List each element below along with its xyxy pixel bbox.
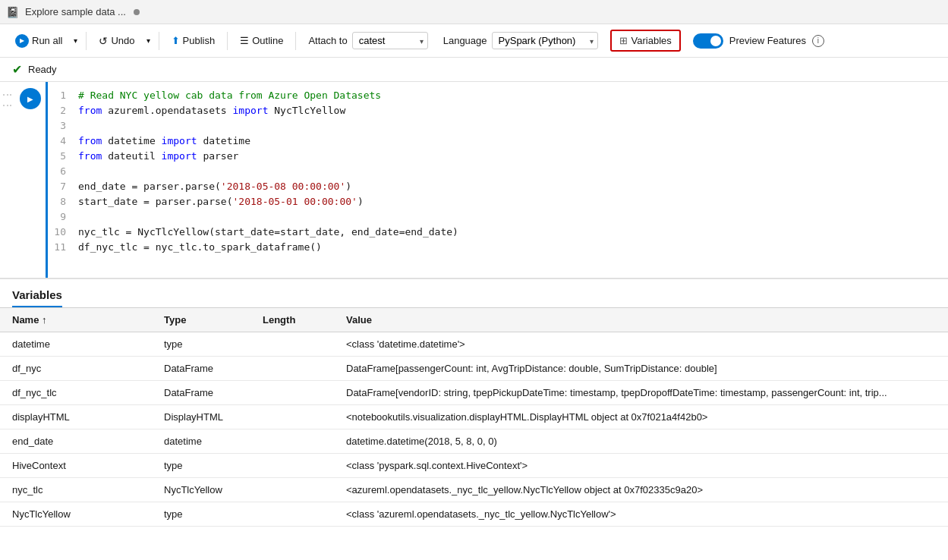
- cell-type: datetime: [152, 429, 250, 454]
- undo-button[interactable]: ↺ Undo: [93, 31, 140, 51]
- line-number: 4: [48, 134, 78, 149]
- cell-type: NycTlcYellow: [152, 478, 250, 502]
- cell-length: [250, 332, 334, 357]
- separator-1: [86, 32, 87, 50]
- title-bar: 📓 Explore sample data ...: [0, 0, 948, 24]
- code-editor[interactable]: 1# Read NYC yellow cab data from Azure O…: [46, 82, 948, 278]
- code-line: 10nyc_tlc = NycTlcYellow(start_date=star…: [48, 225, 948, 240]
- separator-2: [159, 32, 159, 50]
- code-line: 1# Read NYC yellow cab data from Azure O…: [48, 88, 948, 103]
- line-number: 10: [48, 225, 78, 240]
- undo-dropdown[interactable]: ▾: [144, 33, 153, 49]
- table-row[interactable]: nyc_tlcNycTlcYellow<azureml.opendatasets…: [0, 478, 948, 502]
- separator-3: [227, 32, 228, 50]
- cell-value: <azureml.opendatasets._nyc_tlc_yellow.Ny…: [334, 478, 948, 502]
- cell-length: [250, 478, 334, 502]
- cell-value: datetime.datetime(2018, 5, 8, 0, 0): [334, 429, 948, 454]
- cell-name: df_nyc: [0, 357, 152, 381]
- col-header-value[interactable]: Value: [334, 308, 948, 332]
- table-row[interactable]: displayHTMLDisplayHTML<notebookutils.vis…: [0, 405, 948, 429]
- code-line: 5from dateutil import parser: [48, 149, 948, 164]
- cell-name: displayHTML: [0, 405, 152, 429]
- publish-icon: ⬆: [172, 35, 180, 46]
- table-row[interactable]: df_nyc_tlcDataFrameDataFrame[vendorID: s…: [0, 381, 948, 405]
- cell-value: DataFrame[vendorID: string, tpepPickupDa…: [334, 381, 948, 405]
- cell-value: <class 'datetime.datetime'>: [334, 332, 948, 357]
- cell-name: df_nyc_tlc: [0, 381, 152, 405]
- run-all-button[interactable]: ▶ Run all: [9, 30, 68, 52]
- cell-name: end_date: [0, 429, 152, 454]
- table-row[interactable]: HiveContexttype<class 'pyspark.sql.conte…: [0, 454, 948, 478]
- code-line: 9: [48, 209, 948, 225]
- cell-type: DisplayHTML: [152, 405, 250, 429]
- code-line: 4from datetime import datetime: [48, 134, 948, 149]
- cell-length: [250, 502, 334, 527]
- cell-value: <class 'pyspark.sql.context.HiveContext'…: [334, 454, 948, 478]
- run-all-dropdown[interactable]: ▾: [71, 33, 80, 49]
- cell-length: [250, 405, 334, 429]
- variables-table-container[interactable]: Name ↑ Type Length Value datet: [0, 307, 948, 560]
- preview-features-label: Preview Features: [729, 35, 806, 46]
- run-all-label: Run all: [32, 35, 62, 46]
- cell-type: DataFrame: [152, 357, 250, 381]
- run-icon: ▶: [15, 34, 29, 48]
- line-number: 8: [48, 194, 78, 209]
- cell-value: <notebookutils.visualization.displayHTML…: [334, 405, 948, 429]
- title-bar-text: Explore sample data ...: [25, 6, 126, 17]
- attach-select[interactable]: catest: [352, 32, 428, 49]
- separator-4: [295, 32, 296, 50]
- line-code: nyc_tlc = NycTlcYellow(start_date=start_…: [78, 225, 458, 240]
- status-bar: ✔ Ready: [0, 58, 948, 82]
- col-header-name[interactable]: Name ↑: [0, 308, 152, 332]
- ready-icon: ✔: [12, 62, 22, 77]
- code-line: 11df_nyc_tlc = nyc_tlc.to_spark_datafram…: [48, 240, 948, 255]
- cell-type: type: [152, 332, 250, 357]
- attach-to-label: Attach to: [308, 35, 347, 46]
- col-header-type[interactable]: Type: [152, 308, 250, 332]
- language-select[interactable]: PySpark (Python): [492, 32, 598, 49]
- undo-icon: ↺: [99, 35, 108, 47]
- code-lines-container: 1# Read NYC yellow cab data from Azure O…: [48, 88, 948, 255]
- variables-panel: Variables Name ↑ Type Length: [0, 279, 948, 560]
- line-code: df_nyc_tlc = nyc_tlc.to_spark_dataframe(…: [78, 240, 322, 255]
- cell-gutter: ⋮⋮: [0, 82, 15, 278]
- title-bar-unsaved-dot: [134, 9, 140, 15]
- attach-select-wrapper[interactable]: catest: [352, 32, 428, 49]
- table-row[interactable]: df_nycDataFrameDataFrame[passengerCount:…: [0, 357, 948, 381]
- table-row[interactable]: end_datedatetimedatetime.datetime(2018, …: [0, 429, 948, 454]
- cell-length: [250, 381, 334, 405]
- line-number: 6: [48, 164, 78, 179]
- cell-type: DataFrame: [152, 381, 250, 405]
- drag-handle-icon: ⋮⋮: [2, 90, 14, 111]
- undo-label: Undo: [111, 35, 134, 46]
- line-number: 1: [48, 88, 78, 103]
- run-button-col: ▶: [15, 82, 46, 278]
- preview-toggle[interactable]: [693, 33, 723, 49]
- chevron-down-icon-2: ▾: [146, 36, 150, 45]
- cell-run-button[interactable]: ▶: [20, 88, 41, 109]
- cell-length: [250, 357, 334, 381]
- line-number: 2: [48, 103, 78, 118]
- cell-type: type: [152, 502, 250, 527]
- variables-table-body: datetimetype<class 'datetime.datetime'>d…: [0, 332, 948, 527]
- cell-name: NycTlcYellow: [0, 502, 152, 527]
- variables-button[interactable]: ⊞ Variables: [610, 30, 681, 52]
- table-row[interactable]: NycTlcYellowtype<class 'azureml.opendata…: [0, 502, 948, 527]
- editor-section: ⋮⋮ ▶ 1# Read NYC yellow cab data from Az…: [0, 82, 948, 279]
- info-icon[interactable]: i: [812, 35, 824, 47]
- outline-button[interactable]: ☰ Outline: [234, 31, 289, 50]
- variables-icon: ⊞: [619, 35, 628, 46]
- notebook-icon: 📓: [6, 6, 19, 18]
- language-label: Language: [443, 35, 487, 46]
- language-select-wrapper[interactable]: PySpark (Python): [492, 32, 598, 49]
- line-code: from dateutil import parser: [78, 149, 238, 164]
- publish-button[interactable]: ⬆ Publish: [165, 31, 222, 50]
- cell-length: [250, 454, 334, 478]
- table-row[interactable]: datetimetype<class 'datetime.datetime'>: [0, 332, 948, 357]
- col-header-length[interactable]: Length: [250, 308, 334, 332]
- line-code: from datetime import datetime: [78, 134, 250, 149]
- language-group: Language PySpark (Python): [443, 32, 598, 49]
- code-line: 6: [48, 164, 948, 179]
- cell-name: datetime: [0, 332, 152, 357]
- line-number: 11: [48, 240, 78, 255]
